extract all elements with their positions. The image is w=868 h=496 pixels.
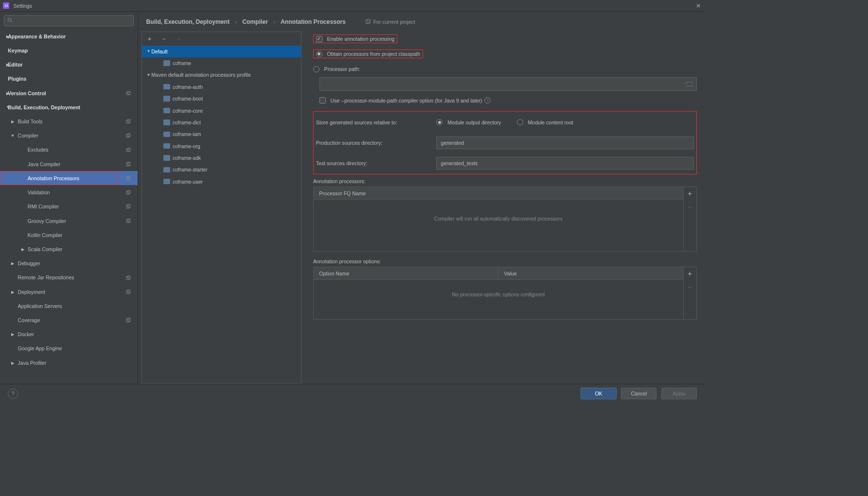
folder-icon	[163, 143, 171, 149]
profile-tree-item[interactable]: coframe-auth	[142, 81, 301, 93]
sidebar-item-label: Excludes	[28, 147, 49, 153]
add-option-button[interactable]: ＋	[684, 267, 697, 281]
sidebar-item[interactable]: ▶Java Profiler	[0, 356, 138, 370]
opt-col2: Value	[498, 267, 683, 279]
copies-icon	[126, 190, 131, 195]
chevron-right-icon: ›	[235, 19, 237, 25]
sidebar-item[interactable]: ▶Editor	[0, 58, 138, 72]
expand-icon: ▼	[146, 73, 151, 77]
sidebar-item[interactable]: Google App Engine	[0, 342, 138, 356]
sidebar-item[interactable]: Coverage	[0, 313, 138, 327]
sidebar-item[interactable]: Plugins	[0, 72, 138, 86]
add-processor-button[interactable]: ＋	[684, 187, 697, 201]
tree-item-label: coframe-user	[173, 179, 203, 185]
tree-item-label: coframe-org	[173, 143, 200, 149]
svg-rect-17	[127, 205, 130, 207]
profile-tree-item[interactable]: coframe-dict	[142, 117, 301, 128]
svg-rect-13	[127, 176, 130, 179]
sidebar-item-label: Remote Jar Repositories	[18, 274, 74, 280]
sidebar-item-label: Annotation Processors	[28, 175, 79, 181]
sidebar-item[interactable]: ▼Build, Execution, Deployment	[0, 100, 138, 114]
tree-item-label: coframe	[173, 60, 191, 66]
breadcrumb: Build, Execution, Deployment › Compiler …	[138, 12, 705, 32]
tree-item-label: coframe-dict	[173, 120, 201, 125]
profile-tree-item[interactable]: coframe-boot	[142, 93, 301, 104]
profile-panel: ＋ － → ▼Defaultcoframe▼Maven default anno…	[142, 32, 301, 384]
sidebar-item[interactable]: ▶Debugger	[0, 257, 138, 271]
sidebar-item[interactable]: ▶Appearance & Behavior	[0, 29, 138, 43]
remove-profile-button[interactable]: －	[161, 34, 167, 43]
sidebar-item[interactable]: Groovy Compiler	[0, 214, 138, 228]
settings-tree[interactable]: ▶Appearance & BehaviorKeymap▶EditorPlugi…	[0, 29, 138, 384]
sidebar-item[interactable]: RMI Compiler	[0, 200, 138, 214]
cancel-button[interactable]: Cancel	[621, 388, 656, 399]
remove-processor-button: －	[684, 201, 697, 214]
sidebar-item[interactable]: ▶Deployment	[0, 285, 138, 299]
module-path-checkbox[interactable]	[319, 97, 326, 103]
sidebar-item-label: RMI Compiler	[28, 204, 59, 209]
profile-tree-item[interactable]: ▼Maven default annotation processors pro…	[142, 69, 301, 81]
prod-dir-label: Production sources directory:	[316, 140, 437, 146]
profile-tree-item[interactable]: ▼Default	[142, 46, 301, 57]
apply-button[interactable]: Apply	[661, 388, 697, 399]
expand-icon: ▼	[146, 49, 151, 53]
breadcrumb-2[interactable]: Compiler	[242, 18, 268, 25]
sidebar-item-label: Java Compiler	[28, 161, 60, 167]
prod-dir-input[interactable]	[436, 137, 694, 149]
sidebar-item[interactable]: Java Compiler	[0, 157, 138, 171]
copies-icon	[126, 290, 131, 294]
sidebar-item[interactable]: ▶Version Control	[0, 86, 138, 100]
profile-tree-item[interactable]: coframe-user	[142, 176, 301, 188]
expand-icon: ▶	[0, 34, 16, 39]
expand-icon: ▶	[9, 360, 17, 365]
tree-item-label: Default	[151, 49, 167, 54]
options-table[interactable]: Option Name Value No processor-specific …	[313, 267, 684, 320]
profile-tree-item[interactable]: coframe-sdk	[142, 152, 301, 164]
processor-path-radio[interactable]	[313, 66, 319, 72]
sidebar-item-label: Kotlin Compiler	[28, 232, 63, 238]
sidebar-item[interactable]: ▶Docker	[0, 327, 138, 342]
help-button[interactable]: ?	[8, 389, 18, 399]
titlebar: IJ Settings ✕	[0, 0, 705, 12]
profile-tree-item[interactable]: coframe-starter	[142, 164, 301, 175]
search-input[interactable]	[4, 15, 134, 26]
obtain-classpath-radio[interactable]	[316, 51, 322, 57]
sidebar-item[interactable]: ▶Scala Compiler	[0, 242, 138, 256]
sidebar-item-label: Keymap	[8, 48, 28, 53]
processor-path-input[interactable]	[319, 77, 697, 91]
sidebar-item[interactable]: Kotlin Compiler	[0, 228, 138, 242]
copies-icon	[126, 204, 131, 209]
module-content-radio[interactable]	[517, 119, 523, 125]
sidebar-item[interactable]: Annotation Processors	[0, 171, 138, 185]
help-icon[interactable]: ?	[484, 97, 491, 103]
profile-tree[interactable]: ▼Defaultcoframe▼Maven default annotation…	[142, 46, 301, 384]
test-dir-input[interactable]	[436, 157, 694, 170]
profile-tree-item[interactable]: coframe-iam	[142, 128, 301, 140]
module-output-radio[interactable]	[436, 119, 443, 125]
sidebar-item[interactable]: Excludes	[0, 143, 138, 157]
sidebar-item[interactable]: Keymap	[0, 43, 138, 57]
sidebar-item[interactable]: Remote Jar Repositories	[0, 271, 138, 285]
test-dir-label: Test sources directory:	[316, 160, 437, 166]
sidebar-item[interactable]: ▼Compiler	[0, 129, 138, 143]
add-profile-button[interactable]: ＋	[146, 34, 153, 43]
browse-icon[interactable]	[686, 82, 692, 86]
expand-icon: ▼	[9, 134, 17, 138]
svg-rect-27	[367, 19, 370, 23]
processors-table[interactable]: Processor FQ Name Compiler will run all …	[313, 187, 684, 252]
sidebar-item[interactable]: Validation	[0, 185, 138, 199]
profile-tree-item[interactable]: coframe-org	[142, 140, 301, 152]
close-icon[interactable]: ✕	[696, 2, 701, 9]
sidebar-item[interactable]: Application Servers	[0, 299, 138, 313]
sidebar-item[interactable]: ▶Build Tools	[0, 114, 138, 128]
scope-label: For current project	[365, 19, 415, 25]
enable-annotation-checkbox[interactable]	[316, 36, 322, 42]
tree-item-label: coframe-iam	[173, 131, 201, 137]
profile-tree-item[interactable]: coframe-core	[142, 104, 301, 116]
ok-button[interactable]: OK	[581, 388, 616, 399]
profile-tree-item[interactable]: coframe	[142, 57, 301, 69]
sidebar-item-label: Coverage	[18, 317, 40, 323]
sidebar-item-label: Application Servers	[18, 303, 62, 309]
breadcrumb-1[interactable]: Build, Execution, Deployment	[146, 18, 230, 25]
svg-rect-15	[127, 190, 130, 193]
